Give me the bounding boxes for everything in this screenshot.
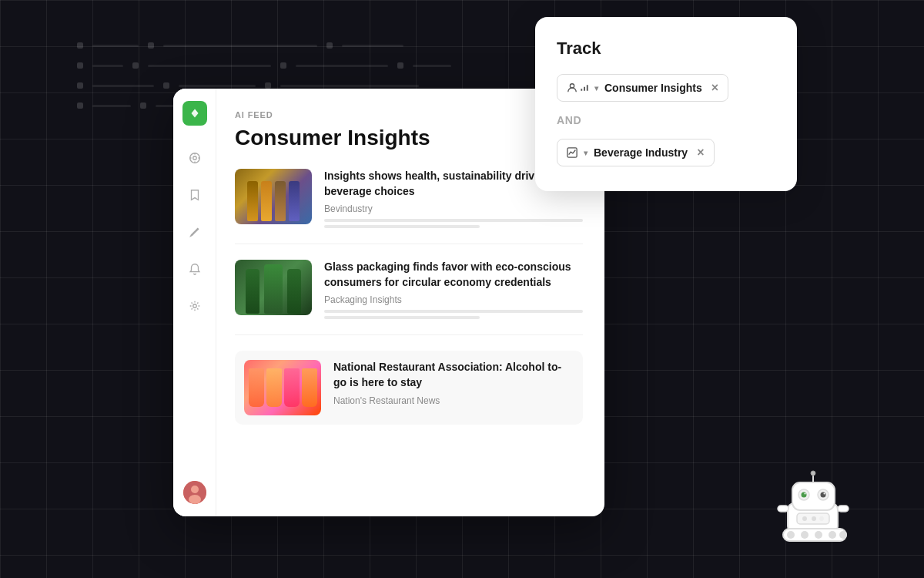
beverage-industry-chip[interactable]: ▾ Beverage Industry ×: [557, 139, 715, 166]
chevron-down-icon: ▾: [594, 84, 598, 92]
consumer-insights-chip[interactable]: ▾ Consumer Insights ×: [557, 74, 728, 102]
article-source-2: Packaging Insights: [324, 294, 583, 305]
svg-point-17: [824, 493, 825, 495]
sidebar-item-settings[interactable]: [184, 295, 206, 317]
svg-point-20: [812, 516, 816, 521]
app-logo[interactable]: [182, 101, 207, 126]
track-panel-title: Track: [557, 39, 775, 59]
article-title-3: National Restaurant Association: Alcohol…: [333, 360, 574, 390]
chip1-close-button[interactable]: ×: [711, 81, 718, 95]
and-label: AND: [557, 114, 775, 126]
svg-point-25: [815, 531, 822, 539]
svg-point-4: [192, 304, 196, 308]
article-source-3: Nation's Restaurant News: [333, 395, 574, 406]
chip2-close-button[interactable]: ×: [697, 146, 704, 160]
article-source-1: Bevindustry: [324, 203, 583, 214]
article-image-2: [235, 260, 312, 315]
article-body-2: Glass packaging finds favor with eco-con…: [324, 260, 583, 319]
svg-point-6: [191, 486, 199, 493]
chevron-down-icon-2: ▾: [584, 149, 588, 157]
svg-rect-29: [838, 506, 849, 512]
article-bar-short-2: [324, 316, 480, 319]
sidebar-item-saved[interactable]: [184, 184, 206, 206]
sidebar-item-write[interactable]: [184, 221, 206, 243]
feed-label: AI FEED: [235, 110, 583, 119]
article-image-1: [235, 169, 312, 224]
person-chart-icon: [567, 82, 588, 93]
robot-illustration: [774, 461, 859, 546]
svg-point-16: [805, 493, 806, 495]
svg-point-3: [192, 156, 196, 160]
svg-point-23: [787, 531, 795, 539]
svg-point-0: [570, 84, 574, 88]
page-title: Consumer Insights: [235, 126, 583, 150]
svg-point-21: [819, 516, 824, 521]
svg-point-7: [189, 495, 201, 504]
track-panel: Track ▾ Consumer Insights × AND ▾ Bevera…: [535, 17, 797, 191]
svg-point-11: [811, 471, 815, 476]
svg-point-27: [839, 531, 847, 539]
chip2-label: Beverage Industry: [594, 146, 688, 159]
article-image-3: [244, 360, 321, 415]
article-bar-short-1: [324, 225, 480, 228]
article-body-3: National Restaurant Association: Alcohol…: [333, 360, 574, 415]
article-bar-2: [324, 310, 583, 313]
sidebar-item-notifications[interactable]: [184, 258, 206, 280]
chip1-label: Consumer Insights: [604, 82, 702, 94]
user-avatar[interactable]: [183, 481, 206, 504]
svg-point-26: [829, 531, 836, 539]
svg-point-19: [802, 516, 807, 521]
svg-point-24: [801, 531, 808, 539]
sidebar: [173, 89, 216, 516]
svg-point-15: [821, 492, 826, 498]
article-bar-1: [324, 219, 583, 222]
svg-point-14: [802, 492, 807, 498]
article-card[interactable]: Insights shows health, sustainability dr…: [235, 169, 583, 244]
trend-chart-icon: [567, 147, 578, 158]
svg-point-2: [189, 153, 199, 163]
article-title-2: Glass packaging finds favor with eco-con…: [324, 260, 583, 290]
article-card-highlighted[interactable]: National Restaurant Association: Alcohol…: [235, 351, 583, 425]
sidebar-item-discover[interactable]: [184, 147, 206, 169]
svg-rect-28: [778, 506, 788, 512]
article-card[interactable]: Glass packaging finds favor with eco-con…: [235, 260, 583, 335]
